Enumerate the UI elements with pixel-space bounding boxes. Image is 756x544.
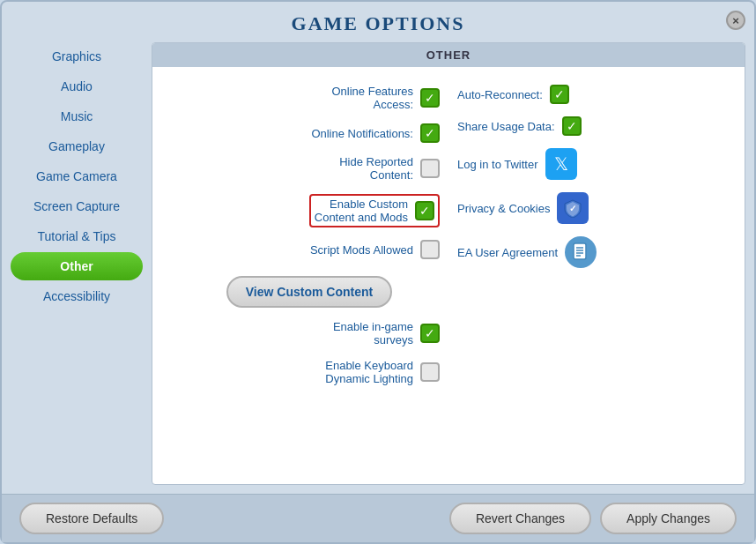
agreement-button[interactable] bbox=[565, 236, 597, 268]
view-cc-row: View Custom Content bbox=[179, 272, 440, 308]
privacy-button[interactable]: ✓ bbox=[557, 192, 589, 224]
sidebar-item-graphics[interactable]: Graphics bbox=[11, 42, 143, 71]
svg-text:✓: ✓ bbox=[569, 204, 576, 213]
auto-reconnect-label: Auto-Reconnect: bbox=[457, 88, 543, 101]
sidebar-item-game-camera[interactable]: Game Camera bbox=[11, 162, 143, 190]
online-features-checkbox[interactable]: ✓ bbox=[420, 88, 440, 108]
script-mods-label: Script Mods Allowed bbox=[310, 243, 413, 257]
section-header: Other bbox=[152, 43, 745, 67]
keyboard-lighting-checkbox[interactable] bbox=[420, 362, 440, 382]
online-notifications-label: Online Notifications: bbox=[311, 127, 413, 140]
keyboard-lighting-label: Enable KeyboardDynamic Lighting bbox=[325, 359, 413, 385]
bottom-bar: Restore Defaults Revert Changes Apply Ch… bbox=[2, 494, 754, 542]
privacy-label: Privacy & Cookies bbox=[457, 202, 550, 215]
script-mods-row: Script Mods Allowed bbox=[179, 240, 440, 259]
sidebar-item-music[interactable]: Music bbox=[11, 102, 143, 130]
close-button[interactable]: × bbox=[726, 11, 745, 30]
enable-custom-row: Enable CustomContent and Mods ✓ bbox=[179, 194, 440, 227]
privacy-row: Privacy & Cookies ✓ bbox=[457, 192, 718, 224]
online-features-row: Online FeaturesAccess: ✓ bbox=[179, 85, 440, 111]
online-notifications-checkbox[interactable]: ✓ bbox=[420, 123, 440, 143]
ingame-surveys-label: Enable in-gamesurveys bbox=[333, 320, 413, 347]
content-area: Graphics Audio Music Gameplay Game Camer… bbox=[2, 42, 754, 494]
online-notifications-row: Online Notifications: ✓ bbox=[179, 123, 440, 143]
sidebar: Graphics Audio Music Gameplay Game Camer… bbox=[11, 42, 143, 485]
share-usage-row: Share Usage Data: ✓ bbox=[457, 116, 718, 136]
left-column: Online FeaturesAccess: ✓ Online Notifica… bbox=[170, 80, 448, 390]
bottom-right-buttons: Revert Changes Apply Changes bbox=[449, 503, 737, 534]
online-features-label: Online FeaturesAccess: bbox=[332, 85, 414, 111]
enable-custom-highlighted: Enable CustomContent and Mods ✓ bbox=[309, 194, 440, 227]
ingame-surveys-checkbox[interactable]: ✓ bbox=[420, 324, 440, 343]
enable-custom-label: Enable CustomContent and Mods bbox=[315, 197, 408, 224]
twitter-row: Log in to Twitter 𝕏 bbox=[457, 148, 718, 180]
agreement-row: EA User Agreement bbox=[457, 236, 718, 268]
hide-reported-label: Hide ReportedContent: bbox=[339, 155, 413, 182]
view-custom-content-button[interactable]: View Custom Content bbox=[226, 276, 392, 308]
sidebar-item-other[interactable]: Other bbox=[11, 252, 143, 280]
enable-custom-checkbox[interactable]: ✓ bbox=[415, 201, 434, 220]
sidebar-item-screen-capture[interactable]: Screen Capture bbox=[11, 192, 143, 220]
restore-defaults-button[interactable]: Restore Defaults bbox=[19, 503, 164, 534]
hide-reported-row: Hide ReportedContent: bbox=[179, 155, 440, 182]
twitter-label: Log in to Twitter bbox=[457, 158, 538, 171]
auto-reconnect-row: Auto-Reconnect: ✓ bbox=[457, 85, 718, 104]
share-usage-checkbox[interactable]: ✓ bbox=[562, 116, 582, 136]
svg-rect-1 bbox=[574, 243, 586, 259]
apply-changes-button[interactable]: Apply Changes bbox=[600, 503, 737, 534]
window-title: Game Options bbox=[2, 12, 754, 35]
sidebar-item-accessibility[interactable]: Accessibility bbox=[11, 282, 143, 310]
share-usage-label: Share Usage Data: bbox=[457, 120, 555, 133]
ingame-surveys-row: Enable in-gamesurveys ✓ bbox=[179, 320, 440, 347]
script-mods-checkbox[interactable] bbox=[420, 240, 440, 259]
revert-changes-button[interactable]: Revert Changes bbox=[449, 503, 591, 534]
twitter-button[interactable]: 𝕏 bbox=[545, 148, 577, 180]
agreement-label: EA User Agreement bbox=[457, 246, 558, 259]
panel-content: Online FeaturesAccess: ✓ Online Notifica… bbox=[152, 67, 745, 484]
auto-reconnect-checkbox[interactable]: ✓ bbox=[550, 85, 569, 104]
hide-reported-checkbox[interactable] bbox=[420, 159, 440, 178]
keyboard-lighting-row: Enable KeyboardDynamic Lighting bbox=[179, 359, 440, 385]
options-grid: Online FeaturesAccess: ✓ Online Notifica… bbox=[170, 80, 727, 390]
sidebar-item-tutorial[interactable]: Tutorial & Tips bbox=[11, 222, 143, 250]
right-column: Auto-Reconnect: ✓ Share Usage Data: ✓ Lo… bbox=[448, 80, 727, 390]
sidebar-item-gameplay[interactable]: Gameplay bbox=[11, 132, 143, 160]
title-bar: Game Options × bbox=[2, 2, 754, 42]
main-panel: Other Online FeaturesAccess: ✓ Online No… bbox=[152, 42, 745, 485]
main-window: Game Options × Graphics Audio Music Game… bbox=[0, 0, 756, 544]
sidebar-item-audio[interactable]: Audio bbox=[11, 72, 143, 101]
